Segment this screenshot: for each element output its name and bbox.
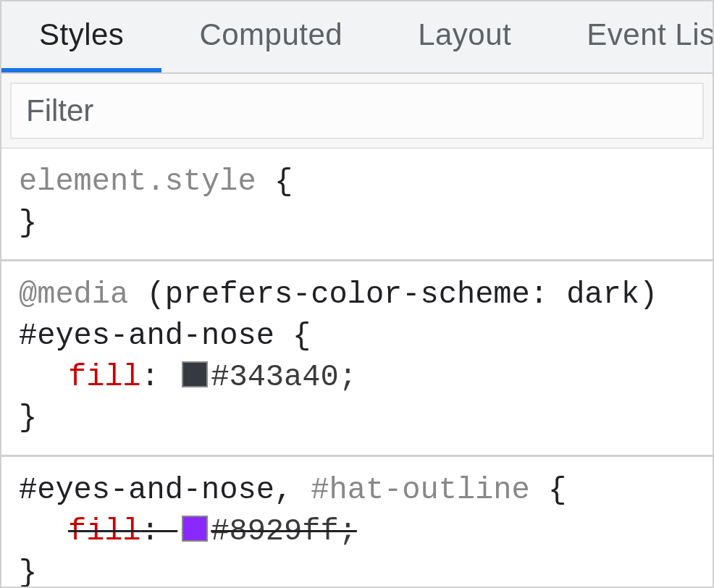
property[interactable]: fill — [68, 514, 141, 549]
declaration[interactable]: fill: #343a40; — [19, 357, 695, 398]
color-swatch-icon[interactable] — [182, 361, 208, 387]
selector-part-unmatched[interactable]: #hat-outline — [311, 473, 529, 508]
filter-input[interactable] — [10, 83, 704, 139]
color-swatch-icon[interactable] — [182, 516, 208, 542]
open-brace: { — [293, 319, 311, 353]
filter-bar — [1, 74, 713, 148]
close-brace: } — [19, 555, 37, 589]
tab-layout[interactable]: Layout — [380, 1, 549, 72]
selector-separator: , — [274, 473, 311, 508]
style-rule[interactable]: #eyes-and-nose, #hat-outline { fill: #89… — [1, 457, 713, 588]
open-brace: { — [548, 473, 566, 508]
media-query: (prefers-color-scheme: dark) — [146, 277, 658, 312]
tab-event-listeners[interactable]: Event Listeners — [549, 1, 713, 72]
styles-rules: element.style { } @media (prefers-color-… — [1, 148, 713, 588]
selector[interactable]: element.style — [19, 164, 256, 199]
media-keyword: @media — [19, 277, 128, 312]
tab-styles[interactable]: Styles — [1, 1, 161, 72]
style-rule[interactable]: element.style { } — [1, 148, 713, 261]
close-brace: } — [19, 400, 37, 435]
tab-computed[interactable]: Computed — [161, 1, 380, 72]
value[interactable]: #343a40; — [211, 360, 357, 395]
selector-part-matched[interactable]: #eyes-and-nose — [19, 473, 274, 508]
property[interactable]: fill — [68, 360, 141, 395]
declaration[interactable]: fill: #8929ff; — [19, 511, 695, 553]
style-rule[interactable]: @media (prefers-color-scheme: dark) #eye… — [1, 261, 713, 457]
close-brace: } — [19, 206, 37, 240]
value[interactable]: #8929ff; — [211, 514, 357, 549]
selector[interactable]: #eyes-and-nose — [19, 319, 274, 353]
tabs-bar: Styles Computed Layout Event Listeners — [1, 1, 713, 74]
